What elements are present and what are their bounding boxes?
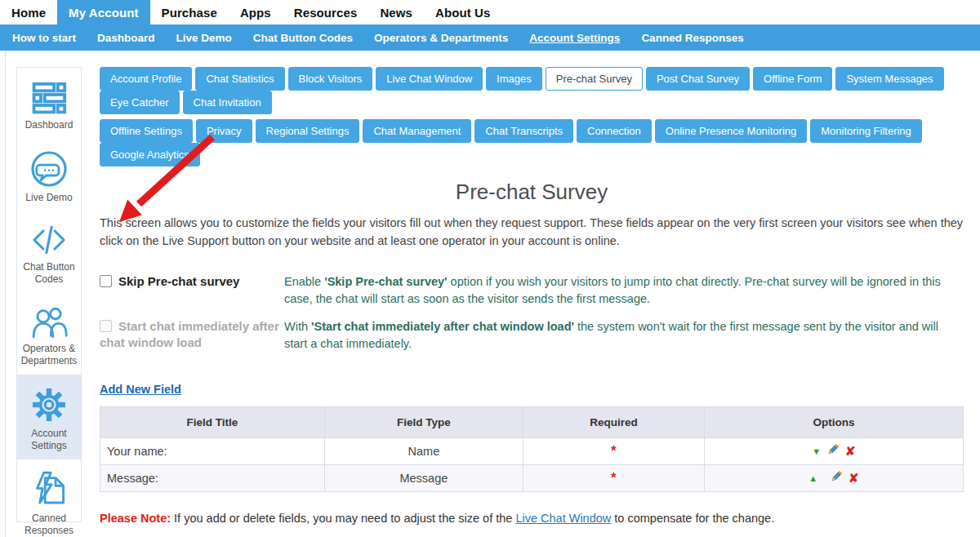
sidebar-item-label: Chat Button Codes xyxy=(20,261,78,286)
tab-live-chat-window[interactable]: Live Chat Window xyxy=(376,67,483,91)
nav-news[interactable]: News xyxy=(368,0,424,24)
content-area: Dashboard Live Demo Cha xyxy=(0,51,980,537)
subnav-how-to-start[interactable]: How to start xyxy=(2,24,87,51)
subnav-live-demo[interactable]: Live Demo xyxy=(166,24,243,51)
tab-google-analytics[interactable]: Google Analytics xyxy=(100,143,200,166)
start-chat-option: Start chat immediately after chat window… xyxy=(100,318,284,352)
delete-icon[interactable]: ✘ xyxy=(849,472,859,484)
tab-pre-chat-survey[interactable]: Pre-chat Survey xyxy=(546,67,643,91)
move-up-icon[interactable]: ▲ xyxy=(808,473,817,483)
move-down-icon[interactable]: ▼ xyxy=(812,446,821,456)
subnav-dashboard[interactable]: Dashboard xyxy=(87,24,166,51)
edit-icon[interactable] xyxy=(830,470,843,486)
tab-regional-settings[interactable]: Regional Settings xyxy=(256,119,360,143)
field-type-cell: Name xyxy=(324,437,523,464)
subnav-operators-departments[interactable]: Operators & Departments xyxy=(363,24,519,51)
subnav-label: Dashboard xyxy=(97,32,155,44)
survey-options: Skip Pre-chat survey Enable 'Skip Pre-ch… xyxy=(100,273,964,353)
please-note: Please Note: If you add or delete fields… xyxy=(100,512,964,525)
canned-responses-icon xyxy=(29,470,69,509)
tab-online-presence-monitoring[interactable]: Online Presence Monitoring xyxy=(655,119,807,143)
required-cell: * xyxy=(523,437,704,464)
note-label: Please Note: xyxy=(100,512,171,525)
left-edge-divider xyxy=(5,51,6,537)
subnav-account-settings[interactable]: Account Settings xyxy=(519,24,630,51)
skip-prechat-label: Skip Pre-chat survey xyxy=(118,274,239,288)
field-title-cell: Message: xyxy=(100,464,325,491)
skip-prechat-option: Skip Pre-chat survey xyxy=(100,273,284,290)
tab-monitoring-filtering[interactable]: Monitoring Filtering xyxy=(810,119,922,143)
desc-text: With xyxy=(284,320,311,333)
tab-offline-form[interactable]: Offline Form xyxy=(753,67,832,91)
sidebar-item-canned-responses[interactable]: Canned Responses xyxy=(17,459,81,537)
fields-table-header-row: Field Title Field Type Required Options xyxy=(100,406,964,437)
required-cell: * xyxy=(523,464,704,491)
subnav-label: Account Settings xyxy=(529,32,620,44)
tab-chat-statistics[interactable]: Chat Statistics xyxy=(195,67,284,91)
tab-system-messages[interactable]: System Messages xyxy=(835,67,943,91)
start-chat-description: With 'Start chat immediately after chat … xyxy=(284,318,964,353)
tab-privacy[interactable]: Privacy xyxy=(196,119,252,143)
sidebar-item-operators-departments[interactable]: Operators & Departments xyxy=(17,293,81,375)
start-chat-checkbox-disabled xyxy=(100,320,112,332)
sidebar-item-label: Account Settings xyxy=(20,428,78,452)
subnav-label: Canned Responses xyxy=(641,32,743,44)
desc-bold: 'Skip Pre-chat survey' xyxy=(324,275,447,288)
fields-table: Field Title Field Type Required Options … xyxy=(100,406,964,492)
add-new-field-link[interactable]: Add New Field xyxy=(100,383,181,396)
account-sub-nav: How to start Dashboard Live Demo Chat Bu… xyxy=(0,24,980,51)
options-cell: ▲ ✘ xyxy=(704,464,963,491)
settings-tabs-row-1: Account Profile Chat Statistics Block Vi… xyxy=(100,67,964,114)
subnav-label: Live Demo xyxy=(176,32,232,44)
col-field-type: Field Type xyxy=(324,406,523,437)
nav-apps[interactable]: Apps xyxy=(229,0,283,24)
tab-chat-invitation[interactable]: Chat Invitation xyxy=(183,91,272,114)
required-asterisk: * xyxy=(611,443,617,459)
sidebar-item-account-settings[interactable]: Account Settings xyxy=(17,375,81,459)
desc-bold: 'Start chat immediately after chat windo… xyxy=(311,320,574,333)
sidebar-item-label: Live Demo xyxy=(20,192,78,204)
live-chat-window-link[interactable]: Live Chat Window xyxy=(515,512,611,525)
col-field-title: Field Title xyxy=(100,406,325,437)
live-demo-icon xyxy=(29,149,69,189)
field-type-cell: Message xyxy=(324,464,523,491)
tab-chat-management[interactable]: Chat Management xyxy=(363,119,471,143)
settings-tabs-row-2: Offline Settings Privacy Regional Settin… xyxy=(100,119,964,166)
nav-purchase[interactable]: Purchase xyxy=(150,0,229,24)
tab-images[interactable]: Images xyxy=(486,67,542,91)
app-window: Home My Account Purchase Apps Resources … xyxy=(0,0,980,537)
subnav-label: Operators & Departments xyxy=(374,32,508,44)
tab-connection[interactable]: Connection xyxy=(577,119,652,143)
delete-icon[interactable]: ✘ xyxy=(845,445,856,457)
tab-block-visitors[interactable]: Block Visitors xyxy=(288,67,373,91)
tab-post-chat-survey[interactable]: Post Chat Survey xyxy=(646,67,750,91)
field-title-cell: Your name: xyxy=(100,437,325,464)
sidebar-item-live-demo[interactable]: Live Demo xyxy=(17,139,81,211)
page-title: Pre-chat Survey xyxy=(100,180,964,205)
tab-chat-transcripts[interactable]: Chat Transcripts xyxy=(474,119,573,143)
sidebar-item-chat-button-codes[interactable]: Chat Button Codes xyxy=(17,211,81,293)
intro-text: This screen allows you to customize the … xyxy=(100,215,964,251)
sidebar-item-dashboard[interactable]: Dashboard xyxy=(17,68,81,139)
tab-offline-settings[interactable]: Offline Settings xyxy=(100,119,193,143)
required-asterisk: * xyxy=(611,470,617,486)
subnav-label: How to start xyxy=(12,32,76,44)
edit-icon[interactable] xyxy=(826,443,840,459)
options-cell: ▼ ✘ xyxy=(704,437,963,464)
skip-prechat-checkbox[interactable] xyxy=(100,275,112,287)
nav-about-us[interactable]: About Us xyxy=(424,0,501,24)
sidebar-item-label: Operators & Departments xyxy=(20,343,78,367)
desc-text: Enable xyxy=(284,275,324,288)
subnav-chat-button-codes[interactable]: Chat Button Codes xyxy=(243,24,363,51)
subnav-canned-responses[interactable]: Canned Responses xyxy=(630,24,754,51)
nav-home[interactable]: Home xyxy=(0,0,57,24)
table-row: Your name: Name * ▼ ✘ xyxy=(100,437,964,464)
tab-account-profile[interactable]: Account Profile xyxy=(100,67,192,91)
code-icon xyxy=(29,222,69,258)
nav-my-account[interactable]: My Account xyxy=(57,0,149,24)
option-row-start-chat-immediately: Start chat immediately after chat window… xyxy=(100,318,964,353)
nav-resources[interactable]: Resources xyxy=(283,0,369,24)
tab-eye-catcher[interactable]: Eye Catcher xyxy=(100,91,180,114)
note-text: to compensate for the change. xyxy=(611,512,774,525)
sidebar: Dashboard Live Demo Cha xyxy=(16,67,82,522)
